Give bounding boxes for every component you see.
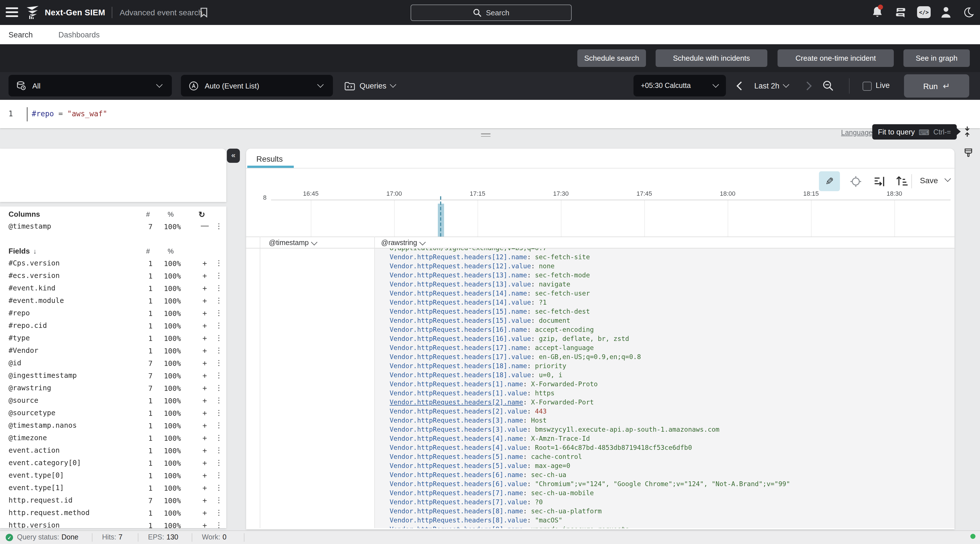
add-column-icon[interactable]	[200, 508, 209, 517]
log-value[interactable]: sec-ch-ua-platform	[531, 507, 602, 515]
log-key[interactable]: Vendor.httpRequest.headers[13].name	[390, 271, 527, 279]
kebab-menu-icon[interactable]	[215, 483, 223, 492]
data-source-dropdown[interactable]: All	[8, 75, 172, 96]
log-value[interactable]: sec-ch-ua	[531, 471, 566, 479]
field-row[interactable]: http.request.id 7 100%	[0, 494, 226, 507]
log-key[interactable]: Vendor.httpRequest.headers[7].value	[390, 498, 527, 506]
field-row[interactable]: #Vendor 1 100%	[0, 344, 226, 357]
format-brush-icon[interactable]	[964, 148, 973, 158]
kebab-menu-icon[interactable]	[215, 421, 223, 429]
field-name[interactable]: http.request.id	[8, 496, 73, 504]
tab-results[interactable]: Results	[256, 154, 283, 163]
log-value[interactable]: priority	[535, 362, 566, 370]
log-key[interactable]: Vendor.httpRequest.headers[17].name	[390, 344, 527, 352]
query-editor[interactable]: 1 #repo = "aws_waf"	[0, 100, 980, 128]
add-column-icon[interactable]	[200, 433, 209, 442]
time-range-dropdown[interactable]: Last 2h	[754, 75, 789, 96]
log-value[interactable]: 8,application/signed-exchange;v=b3;q=0.7	[390, 248, 547, 252]
fit-to-query-icon[interactable]	[963, 126, 972, 137]
bookmark-icon[interactable]	[200, 7, 208, 17]
log-value[interactable]: sec-fetch-dest	[535, 307, 590, 315]
log-key[interactable]: Vendor.httpRequest.headers[8].value	[390, 516, 527, 524]
add-column-icon[interactable]	[200, 334, 209, 343]
log-key[interactable]: Vendor.httpRequest.headers[13].value	[390, 280, 531, 288]
field-name[interactable]: http.version	[8, 521, 60, 528]
add-column-icon[interactable]	[200, 446, 209, 455]
field-row[interactable]: @timestamp.nanos 1 100%	[0, 419, 226, 432]
log-value[interactable]: X-Amzn-Trace-Id	[531, 434, 590, 442]
field-row[interactable]: event.category[0] 1 100%	[0, 457, 226, 469]
add-column-icon[interactable]	[200, 271, 209, 280]
add-column-icon[interactable]	[200, 396, 209, 405]
view-mode-dropdown[interactable]: Auto (Event List)	[181, 75, 333, 96]
kebab-menu-icon[interactable]	[215, 296, 223, 305]
log-key[interactable]: Vendor.httpRequest.headers[5].name	[390, 453, 523, 461]
log-value[interactable]: ?1	[539, 298, 547, 306]
tab-search[interactable]: Search	[8, 25, 33, 44]
log-key[interactable]: Vendor.httpRequest.headers[14].value	[390, 298, 531, 306]
log-key[interactable]: Vendor.httpRequest.headers[15].name	[390, 307, 527, 315]
log-value[interactable]: none	[539, 262, 554, 270]
log-key[interactable]: Vendor.httpRequest.headers[4].name	[390, 434, 523, 442]
field-row[interactable]: http.request.method 1 100%	[0, 507, 226, 519]
log-key[interactable]: Vendor.httpRequest.headers[7].name	[390, 489, 523, 497]
schedule-with-incidents-button[interactable]: Schedule with incidents	[655, 49, 767, 67]
field-row[interactable]: #repo.cid 1 100%	[0, 320, 226, 332]
add-column-icon[interactable]	[200, 358, 209, 367]
field-row[interactable]: @timezone 1 100%	[0, 432, 226, 444]
kebab-menu-icon[interactable]	[215, 496, 223, 504]
field-row[interactable]: #type 1 100%	[0, 332, 226, 344]
log-key[interactable]: Vendor.httpRequest.headers[9].name	[390, 525, 523, 528]
field-name[interactable]: @ingesttimestamp	[8, 371, 77, 380]
chat-icon[interactable]	[895, 6, 906, 19]
log-key[interactable]: Vendor.httpRequest.headers[17].value	[390, 353, 531, 361]
user-icon[interactable]	[940, 6, 951, 19]
log-value[interactable]: Root=1-664c87bd-4853db8719418cf53ce6dfb0	[535, 444, 692, 452]
field-name[interactable]: event.category[0]	[8, 458, 81, 467]
log-key[interactable]: Vendor.httpRequest.headers[1].value	[390, 389, 527, 397]
log-value[interactable]: Host	[531, 416, 547, 424]
run-button[interactable]: Run	[904, 74, 969, 97]
global-search[interactable]: Search	[410, 5, 572, 21]
log-key[interactable]: Vendor.httpRequest.headers[6].name	[390, 471, 523, 479]
field-name[interactable]: event.type[1]	[8, 483, 64, 492]
field-row[interactable]: event.action 1 100%	[0, 444, 226, 457]
field-name[interactable]: @rawstring	[8, 383, 51, 392]
add-column-icon[interactable]	[200, 296, 209, 305]
log-value[interactable]: accept-language	[535, 344, 594, 352]
add-column-icon[interactable]	[200, 309, 209, 318]
kebab-menu-icon[interactable]	[215, 458, 223, 467]
field-name[interactable]: event.type[0]	[8, 471, 64, 479]
kebab-menu-icon[interactable]	[215, 521, 223, 528]
log-value[interactable]: document	[539, 317, 570, 324]
log-value[interactable]: sec-fetch-site	[535, 253, 590, 261]
kebab-menu-icon[interactable]	[215, 383, 223, 392]
queries-menu[interactable]: Queries	[344, 75, 396, 96]
log-value[interactable]: navigate	[539, 280, 570, 288]
query-text[interactable]: #repo = "aws_waf"	[32, 110, 107, 118]
crosshair-icon[interactable]	[850, 175, 862, 188]
field-name[interactable]: #repo	[8, 309, 30, 317]
field-name[interactable]: @timezone	[8, 433, 47, 442]
log-value[interactable]: bmswzycy1l.execute-api.ap-south-1.amazon…	[535, 425, 719, 433]
field-row[interactable]: @ingesttimestamp 7 100%	[0, 369, 226, 382]
field-name[interactable]: @id	[8, 358, 21, 367]
field-name[interactable]: #repo.cid	[8, 321, 47, 329]
log-value[interactable]: en-GB,en-US;q=0.9,en;q=0.8	[539, 353, 641, 361]
field-row[interactable]: @source 1 100%	[0, 394, 226, 407]
field-name[interactable]: @sourcetype	[8, 409, 56, 417]
log-value[interactable]: sec-fetch-mode	[535, 271, 590, 279]
column-header-timestamp[interactable]: @timestamp	[269, 239, 317, 247]
field-row[interactable]: event.type[1] 1 100%	[0, 482, 226, 494]
field-name[interactable]: @source	[8, 396, 38, 404]
kebab-menu-icon[interactable]	[215, 334, 223, 342]
rawstring-cell[interactable]: 8,application/signed-exchange;v=b3;q=0.7…	[375, 248, 955, 528]
kebab-menu-icon[interactable]	[215, 396, 223, 404]
add-column-icon[interactable]	[200, 471, 209, 480]
log-value[interactable]: ?0	[535, 498, 543, 506]
field-row[interactable]: event.type[0] 1 100%	[0, 469, 226, 482]
field-row[interactable]: #ecs.version 1 100%	[0, 269, 226, 282]
log-key[interactable]: Vendor.httpRequest.headers[18].value	[390, 371, 531, 379]
add-column-icon[interactable]	[200, 346, 209, 355]
log-value[interactable]: "macOS"	[535, 516, 562, 524]
